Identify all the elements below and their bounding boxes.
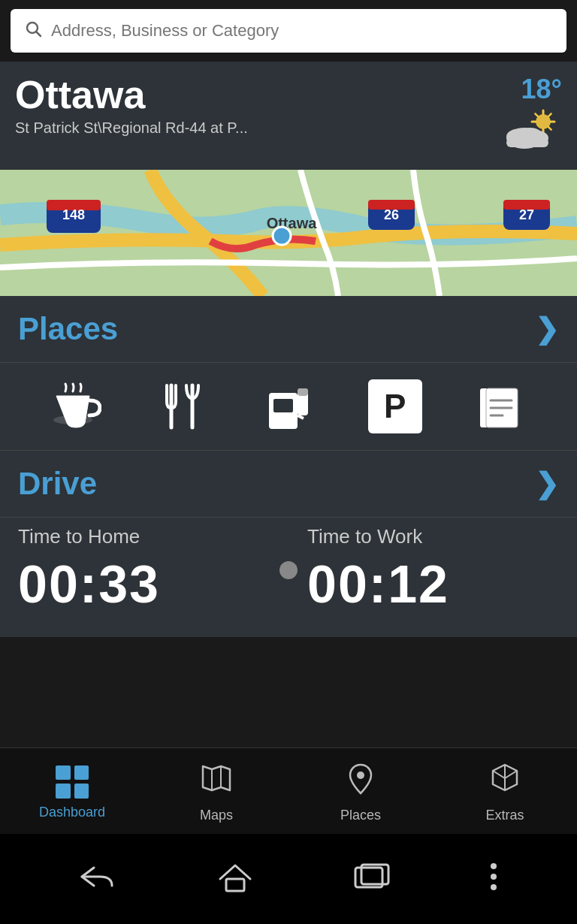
time-to-home-value: 00:33 <box>18 554 270 614</box>
city-address: St Patrick St\Regional Rd-44 at P... <box>15 119 248 137</box>
coupon-button[interactable] <box>467 376 535 436</box>
svg-rect-31 <box>273 399 293 412</box>
svg-text:26: 26 <box>384 207 399 222</box>
time-to-work-block: Time to Work 00:12 <box>307 525 559 614</box>
nav-maps[interactable]: Maps <box>144 762 288 823</box>
svg-rect-33 <box>298 388 308 396</box>
parking-button[interactable]: P <box>361 376 429 436</box>
search-input[interactable] <box>51 21 553 41</box>
nav-dashboard[interactable]: Dashboard <box>0 765 144 820</box>
svg-line-8 <box>548 127 551 130</box>
nav-extras-label: Extras <box>485 808 524 823</box>
nav-places[interactable]: Places <box>288 762 433 823</box>
search-icon <box>24 20 42 42</box>
places-label: Places <box>18 311 118 347</box>
weather-temp: 18° <box>521 74 562 105</box>
svg-line-47 <box>493 771 505 778</box>
svg-rect-14 <box>506 138 548 147</box>
drive-separator <box>270 561 307 579</box>
svg-text:148: 148 <box>62 207 85 222</box>
places-icon <box>344 762 377 802</box>
nav-extras[interactable]: Extras <box>433 762 577 823</box>
weather-icon <box>502 108 562 159</box>
svg-point-26 <box>273 227 291 245</box>
maps-icon <box>200 762 233 802</box>
back-button[interactable] <box>64 856 133 903</box>
time-to-work-value: 00:12 <box>307 554 559 614</box>
weather-box: 18° <box>502 74 562 159</box>
svg-text:Ottawa: Ottawa <box>267 215 318 231</box>
drive-chevron: ❯ <box>535 467 559 500</box>
time-to-work-label: Time to Work <box>307 525 559 548</box>
svg-point-52 <box>491 863 497 869</box>
search-bar[interactable] <box>11 9 566 53</box>
svg-point-43 <box>357 772 364 779</box>
more-options-button[interactable] <box>474 854 513 904</box>
time-to-home-block: Time to Home 00:33 <box>18 525 270 614</box>
drive-times: Time to Home 00:33 Time to Work 00:12 <box>0 518 577 637</box>
places-chevron: ❯ <box>535 313 559 346</box>
extras-icon <box>488 762 521 802</box>
city-name: Ottawa <box>15 74 248 116</box>
svg-line-1 <box>37 32 41 37</box>
restaurant-button[interactable] <box>148 376 216 436</box>
svg-rect-49 <box>226 879 244 891</box>
dashboard-icon <box>56 765 89 799</box>
drive-dot <box>279 561 298 579</box>
svg-line-7 <box>535 113 538 116</box>
drive-label: Drive <box>18 466 97 502</box>
drive-section-header[interactable]: Drive ❯ <box>0 451 577 518</box>
time-to-home-label: Time to Home <box>18 525 270 548</box>
gas-station-button[interactable] <box>255 376 322 436</box>
svg-line-9 <box>548 113 551 116</box>
coffee-button[interactable] <box>42 376 110 436</box>
svg-line-46 <box>505 771 517 778</box>
bottom-nav: Dashboard Maps Places <box>0 747 577 834</box>
nav-places-label: Places <box>340 808 381 823</box>
svg-text:27: 27 <box>519 207 534 222</box>
city-section: Ottawa St Patrick St\Regional Rd-44 at P… <box>0 62 577 170</box>
parking-p-label: P <box>384 388 406 425</box>
recents-button[interactable] <box>337 856 406 903</box>
svg-point-54 <box>491 884 497 890</box>
nav-maps-label: Maps <box>200 808 233 823</box>
home-button[interactable] <box>201 853 270 905</box>
svg-point-53 <box>491 874 497 880</box>
map-area[interactable]: 148 26 27 Ottawa <box>0 170 577 296</box>
svg-line-34 <box>298 415 304 418</box>
places-section-header[interactable]: Places ❯ <box>0 296 577 363</box>
svg-marker-40 <box>203 766 230 790</box>
places-icons-row: P <box>0 363 577 451</box>
nav-dashboard-label: Dashboard <box>39 805 105 820</box>
system-bar <box>0 834 577 924</box>
